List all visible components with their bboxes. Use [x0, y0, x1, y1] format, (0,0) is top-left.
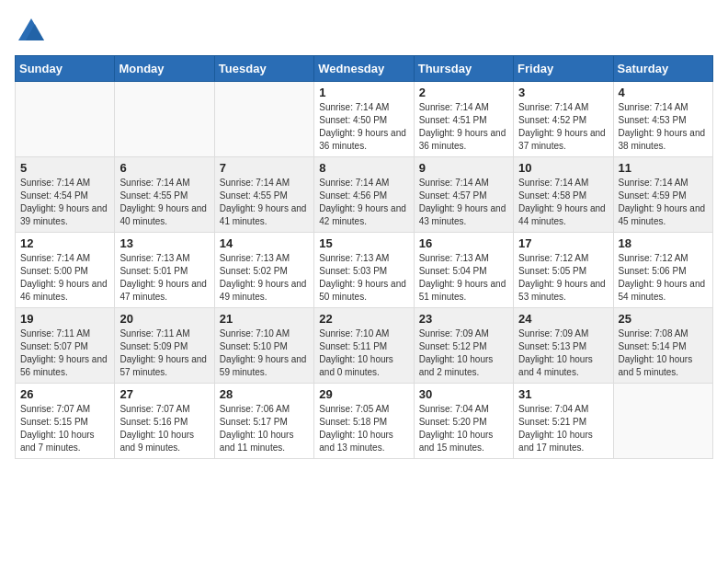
calendar-day-cell: 28Sunrise: 7:06 AM Sunset: 5:17 PM Dayli…: [214, 384, 313, 459]
day-number: 3: [518, 86, 608, 99]
calendar-day-cell: 13Sunrise: 7:13 AM Sunset: 5:01 PM Dayli…: [115, 233, 214, 308]
calendar-day-cell: 26Sunrise: 7:07 AM Sunset: 5:15 PM Dayli…: [16, 384, 115, 459]
day-info: Sunrise: 7:08 AM Sunset: 5:14 PM Dayligh…: [619, 327, 708, 379]
day-info: Sunrise: 7:14 AM Sunset: 4:58 PM Dayligh…: [518, 177, 608, 228]
calendar-day-cell: 3Sunrise: 7:14 AM Sunset: 4:52 PM Daylig…: [514, 82, 613, 157]
calendar-day-cell: 1Sunrise: 7:14 AM Sunset: 4:50 PM Daylig…: [314, 82, 414, 157]
day-info: Sunrise: 7:14 AM Sunset: 4:55 PM Dayligh…: [119, 177, 209, 228]
calendar-day-cell: 2Sunrise: 7:14 AM Sunset: 4:51 PM Daylig…: [414, 82, 513, 157]
day-number: 27: [119, 387, 209, 401]
calendar-day-cell: 22Sunrise: 7:10 AM Sunset: 5:11 PM Dayli…: [314, 308, 414, 384]
calendar-day-cell: [115, 82, 214, 157]
calendar-day-cell: [214, 82, 313, 157]
day-info: Sunrise: 7:04 AM Sunset: 5:21 PM Dayligh…: [518, 403, 608, 454]
weekday-row: SundayMondayTuesdayWednesdayThursdayFrid…: [16, 56, 713, 82]
calendar-day-cell: 19Sunrise: 7:11 AM Sunset: 5:07 PM Dayli…: [16, 308, 115, 384]
weekday-header: Saturday: [613, 56, 712, 82]
day-number: 18: [619, 236, 708, 250]
calendar-day-cell: 24Sunrise: 7:09 AM Sunset: 5:13 PM Dayli…: [514, 308, 613, 384]
day-info: Sunrise: 7:04 AM Sunset: 5:20 PM Dayligh…: [419, 403, 508, 454]
day-number: 5: [20, 161, 109, 175]
day-number: 28: [220, 387, 309, 401]
day-info: Sunrise: 7:14 AM Sunset: 4:54 PM Dayligh…: [20, 177, 109, 228]
calendar-day-cell: 23Sunrise: 7:09 AM Sunset: 5:12 PM Dayli…: [414, 308, 513, 384]
calendar-day-cell: 30Sunrise: 7:04 AM Sunset: 5:20 PM Dayli…: [414, 384, 513, 459]
day-info: Sunrise: 7:12 AM Sunset: 5:06 PM Dayligh…: [619, 252, 708, 304]
day-number: 29: [319, 387, 408, 401]
calendar-day-cell: 11Sunrise: 7:14 AM Sunset: 4:59 PM Dayli…: [613, 157, 712, 233]
day-info: Sunrise: 7:14 AM Sunset: 4:55 PM Dayligh…: [220, 177, 309, 228]
day-number: 2: [419, 86, 508, 99]
weekday-header: Monday: [115, 56, 214, 82]
day-number: 9: [419, 161, 508, 175]
logo: [15, 15, 53, 48]
day-number: 6: [119, 161, 209, 175]
day-info: Sunrise: 7:14 AM Sunset: 4:52 PM Dayligh…: [518, 101, 608, 153]
weekday-header: Friday: [514, 56, 613, 82]
weekday-header: Sunday: [16, 56, 115, 82]
day-number: 10: [518, 161, 608, 175]
day-info: Sunrise: 7:09 AM Sunset: 5:12 PM Dayligh…: [419, 327, 508, 379]
calendar-week-row: 5Sunrise: 7:14 AM Sunset: 4:54 PM Daylig…: [16, 157, 713, 233]
day-number: 12: [20, 236, 109, 250]
weekday-header: Tuesday: [214, 56, 313, 82]
day-number: 4: [619, 86, 708, 99]
calendar-table: SundayMondayTuesdayWednesdayThursdayFrid…: [15, 55, 713, 459]
calendar-body: 1Sunrise: 7:14 AM Sunset: 4:50 PM Daylig…: [16, 82, 713, 459]
calendar-day-cell: [16, 82, 115, 157]
weekday-header: Wednesday: [314, 56, 414, 82]
calendar-day-cell: 21Sunrise: 7:10 AM Sunset: 5:10 PM Dayli…: [214, 308, 313, 384]
day-number: 22: [319, 312, 408, 326]
calendar-header: SundayMondayTuesdayWednesdayThursdayFrid…: [16, 56, 713, 82]
day-info: Sunrise: 7:13 AM Sunset: 5:02 PM Dayligh…: [220, 252, 309, 304]
page-header: [15, 15, 713, 48]
calendar-day-cell: 18Sunrise: 7:12 AM Sunset: 5:06 PM Dayli…: [613, 233, 712, 308]
day-number: 30: [419, 387, 508, 401]
day-info: Sunrise: 7:06 AM Sunset: 5:17 PM Dayligh…: [220, 403, 309, 454]
day-number: 21: [220, 312, 309, 326]
day-info: Sunrise: 7:07 AM Sunset: 5:15 PM Dayligh…: [20, 403, 109, 454]
day-number: 7: [220, 161, 309, 175]
day-info: Sunrise: 7:10 AM Sunset: 5:10 PM Dayligh…: [220, 327, 309, 379]
day-info: Sunrise: 7:14 AM Sunset: 4:51 PM Dayligh…: [419, 101, 508, 153]
day-number: 31: [518, 387, 608, 401]
day-info: Sunrise: 7:14 AM Sunset: 4:50 PM Dayligh…: [319, 101, 408, 153]
day-number: 24: [518, 312, 608, 326]
day-info: Sunrise: 7:05 AM Sunset: 5:18 PM Dayligh…: [319, 403, 408, 454]
calendar-week-row: 1Sunrise: 7:14 AM Sunset: 4:50 PM Daylig…: [16, 82, 713, 157]
day-info: Sunrise: 7:14 AM Sunset: 4:57 PM Dayligh…: [419, 177, 508, 228]
day-info: Sunrise: 7:07 AM Sunset: 5:16 PM Dayligh…: [119, 403, 209, 454]
day-info: Sunrise: 7:10 AM Sunset: 5:11 PM Dayligh…: [319, 327, 408, 379]
day-number: 19: [20, 312, 109, 326]
calendar-day-cell: 12Sunrise: 7:14 AM Sunset: 5:00 PM Dayli…: [16, 233, 115, 308]
calendar-day-cell: 6Sunrise: 7:14 AM Sunset: 4:55 PM Daylig…: [115, 157, 214, 233]
calendar-day-cell: 16Sunrise: 7:13 AM Sunset: 5:04 PM Dayli…: [414, 233, 513, 308]
calendar-day-cell: 17Sunrise: 7:12 AM Sunset: 5:05 PM Dayli…: [514, 233, 613, 308]
calendar-day-cell: 27Sunrise: 7:07 AM Sunset: 5:16 PM Dayli…: [115, 384, 214, 459]
day-info: Sunrise: 7:14 AM Sunset: 4:53 PM Dayligh…: [619, 101, 708, 153]
calendar-week-row: 12Sunrise: 7:14 AM Sunset: 5:00 PM Dayli…: [16, 233, 713, 308]
calendar-day-cell: 8Sunrise: 7:14 AM Sunset: 4:56 PM Daylig…: [314, 157, 414, 233]
calendar-day-cell: 5Sunrise: 7:14 AM Sunset: 4:54 PM Daylig…: [16, 157, 115, 233]
calendar-week-row: 26Sunrise: 7:07 AM Sunset: 5:15 PM Dayli…: [16, 384, 713, 459]
day-info: Sunrise: 7:11 AM Sunset: 5:07 PM Dayligh…: [20, 327, 109, 379]
day-info: Sunrise: 7:13 AM Sunset: 5:03 PM Dayligh…: [319, 252, 408, 304]
calendar-day-cell: 25Sunrise: 7:08 AM Sunset: 5:14 PM Dayli…: [613, 308, 712, 384]
logo-icon: [15, 15, 48, 48]
day-number: 8: [319, 161, 408, 175]
calendar-day-cell: 9Sunrise: 7:14 AM Sunset: 4:57 PM Daylig…: [414, 157, 513, 233]
day-number: 26: [20, 387, 109, 401]
calendar-day-cell: 14Sunrise: 7:13 AM Sunset: 5:02 PM Dayli…: [214, 233, 313, 308]
calendar-week-row: 19Sunrise: 7:11 AM Sunset: 5:07 PM Dayli…: [16, 308, 713, 384]
calendar-day-cell: 7Sunrise: 7:14 AM Sunset: 4:55 PM Daylig…: [214, 157, 313, 233]
day-info: Sunrise: 7:09 AM Sunset: 5:13 PM Dayligh…: [518, 327, 608, 379]
calendar-day-cell: 10Sunrise: 7:14 AM Sunset: 4:58 PM Dayli…: [514, 157, 613, 233]
day-info: Sunrise: 7:13 AM Sunset: 5:04 PM Dayligh…: [419, 252, 508, 304]
day-info: Sunrise: 7:14 AM Sunset: 4:59 PM Dayligh…: [619, 177, 708, 228]
calendar-day-cell: 31Sunrise: 7:04 AM Sunset: 5:21 PM Dayli…: [514, 384, 613, 459]
day-number: 16: [419, 236, 508, 250]
day-info: Sunrise: 7:12 AM Sunset: 5:05 PM Dayligh…: [518, 252, 608, 304]
calendar-day-cell: 15Sunrise: 7:13 AM Sunset: 5:03 PM Dayli…: [314, 233, 414, 308]
day-number: 23: [419, 312, 508, 326]
calendar-day-cell: 4Sunrise: 7:14 AM Sunset: 4:53 PM Daylig…: [613, 82, 712, 157]
